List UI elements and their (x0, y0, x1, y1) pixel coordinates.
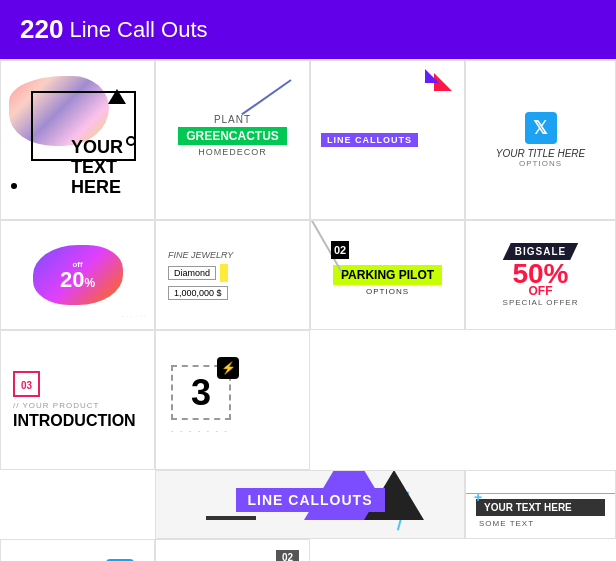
cell-your-text-bottom: + YOUR TEXT HERE SOME TEXT (465, 470, 616, 539)
parking-num: 02 (331, 241, 349, 259)
header-count: 220 (20, 14, 63, 45)
intro-num: 03 (21, 380, 32, 391)
dots-decoration: · · · · · · (122, 312, 146, 321)
your-text-bottom-label: YOUR TEXT HERE (476, 499, 605, 516)
plant-label: PLANT (214, 114, 251, 125)
options-label: OPTIONS (519, 159, 562, 168)
horizontal-line (466, 493, 615, 494)
intro-title: INTRODUCTION (13, 412, 136, 430)
header: 220 Line Call Outs (0, 0, 616, 59)
bottom-bar (206, 516, 256, 520)
price-label: 1,000,000 $ (168, 286, 228, 300)
bolt-icon: ⚡ (221, 361, 236, 375)
your-text-label: YOUR TEXT HERE (71, 138, 134, 197)
cell-parking: 02 PARKING PILOT OPTIONS (310, 220, 465, 330)
cell-hashtag: #hashtag 𝕏 (0, 539, 155, 561)
special-offer: SPECIAL OFFER (503, 298, 579, 307)
big-sale-label: BIGSALE (503, 243, 578, 260)
num-box: 03 (13, 371, 40, 397)
big-number: 3 (191, 372, 211, 414)
percent-label: 20% (60, 269, 95, 291)
cell-your-text: YOUR TEXT HERE (0, 60, 155, 220)
badge: ⚡ (217, 357, 239, 379)
cell-plant: PLANT GREENCACTUS HOMEDECOR (155, 60, 310, 220)
twitter-icon: 𝕏 (525, 112, 557, 144)
header-title: Line Call Outs (69, 17, 207, 43)
cell-number: 3 ⚡ - - - - - - - (155, 330, 310, 470)
original-num: 02 (276, 550, 299, 561)
cell-twitter-title: 𝕏 YOUR TITLE HERE OPTIONS (465, 60, 616, 220)
cell-sale: BIGSALE 50% OFF SPECIAL OFFER (465, 220, 616, 330)
home-decor-label: HOMEDECOR (198, 147, 267, 157)
cell-introduction: 03 // YOUR PRODUCT INTRODUCTION (0, 330, 155, 470)
circle-icon (126, 136, 136, 146)
some-text-label: SOME TEXT (476, 519, 534, 528)
triangle-icon (108, 89, 126, 104)
grid: YOUR TEXT HERE PLANT GREENCACTUS HOMEDEC… (0, 59, 616, 561)
your-product-label: // YOUR PRODUCT (13, 401, 99, 410)
plus-icon: + (474, 489, 482, 505)
line-callouts-label: LINE CALLOUTS (321, 133, 418, 147)
line-callouts-big-label: LINE CALLOUTS (236, 488, 385, 512)
triangle-purple-icon (425, 69, 439, 83)
discount-blob: off 20% (33, 245, 123, 305)
diamond-row: Diamond (168, 264, 228, 282)
dot-icon (11, 183, 17, 189)
cell-line-callouts-big: LINE CALLOUTS (155, 470, 465, 539)
sale-off: OFF (529, 284, 553, 298)
cell-original-size: 02 ORIGINAL SIZE OPTIONS (155, 539, 310, 561)
cell-line-callouts-top: LINE CALLOUTS (310, 60, 465, 220)
fine-jewelry-label: FINE JEWELRY (168, 250, 233, 260)
yellow-bar (220, 264, 228, 282)
diagonal-line (241, 79, 291, 115)
dots-line: - - - - - - - (171, 426, 229, 435)
parking-options: OPTIONS (366, 287, 409, 296)
cell-jewelry: FINE JEWELRY Diamond 1,000,000 $ (155, 220, 310, 330)
number-box: 3 ⚡ (171, 365, 231, 420)
cell-discount: off 20% · · · · · · (0, 220, 155, 330)
diamond-label: Diamond (168, 266, 216, 280)
green-cactus-label: GREENCACTUS (178, 127, 287, 145)
your-title-label: YOUR TITLE HERE (496, 148, 585, 159)
